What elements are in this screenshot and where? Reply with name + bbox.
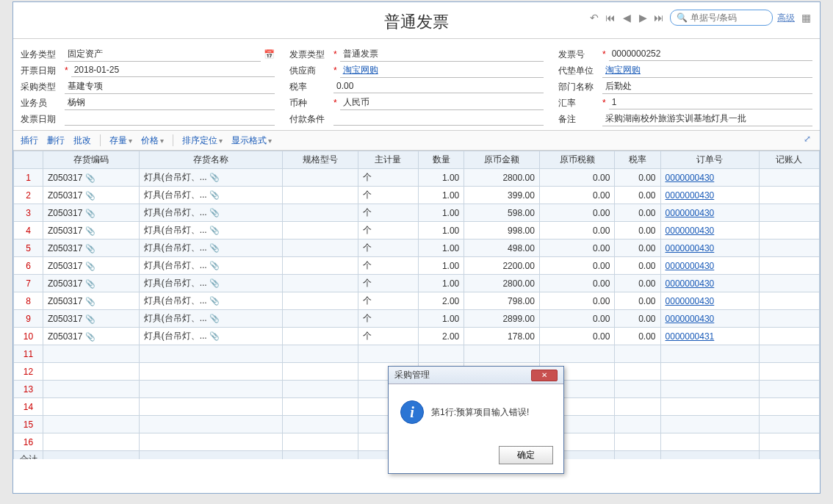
advance-unit-value[interactable]: 淘宝网购	[602, 63, 812, 78]
col-qty[interactable]: 数量	[419, 151, 464, 169]
cell-code[interactable]: Z050317 📎	[43, 292, 140, 310]
cell-spec[interactable]	[283, 240, 358, 257]
remark-value[interactable]: 采购湖南校外旅游实训基地灯具一批	[602, 112, 812, 126]
col-amount[interactable]: 原币金额	[464, 151, 540, 169]
attachment-icon[interactable]: 📎	[209, 208, 220, 217]
display-format-dropdown[interactable]: 显示格式 ▾	[231, 134, 272, 147]
cell-code[interactable]: Z050317 📎	[43, 328, 140, 345]
cell-qty[interactable]: 2.00	[419, 328, 464, 345]
col-name[interactable]: 存货名称	[139, 151, 283, 169]
cell-uom[interactable]: 个	[358, 240, 418, 257]
cell-amount[interactable]: 178.00	[464, 328, 540, 345]
col-uom[interactable]: 主计量	[358, 151, 418, 169]
cell-uom[interactable]: 个	[358, 204, 418, 222]
attachment-icon[interactable]: 📎	[85, 332, 95, 341]
cell-tax[interactable]: 0.00	[539, 310, 615, 328]
cell-order[interactable]: 0000000430	[660, 187, 759, 204]
cell-amount[interactable]: 399.00	[464, 187, 540, 204]
cell-name[interactable]: 灯具(台吊灯、... 📎	[139, 257, 283, 275]
attachment-icon[interactable]: 📎	[85, 226, 95, 235]
rate-value[interactable]: 1	[609, 96, 812, 109]
advanced-link[interactable]: 高级	[777, 12, 795, 24]
table-row-empty[interactable]: 11	[14, 345, 820, 363]
cell-bookkeeper[interactable]	[759, 328, 819, 345]
insert-row-button[interactable]: 插行	[21, 134, 38, 147]
price-dropdown[interactable]: 价格 ▾	[141, 134, 164, 147]
cell-taxrate[interactable]: 0.00	[615, 310, 660, 328]
delete-row-button[interactable]: 删行	[47, 134, 65, 147]
attachment-icon[interactable]: 📎	[209, 190, 220, 199]
attachment-icon[interactable]: 📎	[209, 226, 220, 234]
cell-uom[interactable]: 个	[358, 169, 418, 187]
close-icon[interactable]: ✕	[531, 370, 558, 381]
attachment-icon[interactable]: 📎	[85, 244, 95, 253]
col-taxrate[interactable]: 税率	[615, 151, 660, 169]
attachment-icon[interactable]: 📎	[85, 173, 95, 182]
cell-order[interactable]: 0000000430	[660, 275, 759, 292]
cell-tax[interactable]: 0.00	[539, 204, 615, 222]
cell-spec[interactable]	[283, 204, 358, 222]
attachment-icon[interactable]: 📎	[85, 314, 95, 323]
stock-dropdown[interactable]: 存量 ▾	[109, 134, 132, 147]
cell-tax[interactable]: 0.00	[539, 275, 615, 292]
cell-taxrate[interactable]: 0.00	[615, 292, 660, 310]
attachment-icon[interactable]: 📎	[85, 262, 95, 270]
cell-uom[interactable]: 个	[358, 222, 418, 240]
cell-order[interactable]: 0000000430	[660, 204, 759, 222]
inv-type-value[interactable]: 普通发票	[340, 47, 544, 62]
cell-code[interactable]: Z050317 📎	[43, 275, 140, 292]
cell-qty[interactable]: 1.00	[419, 275, 464, 292]
cell-qty[interactable]: 2.00	[419, 292, 464, 310]
undo-icon[interactable]: ↶	[588, 11, 601, 24]
prev-icon[interactable]: ◀	[620, 11, 633, 24]
cell-spec[interactable]	[283, 292, 358, 310]
ok-button[interactable]: 确定	[499, 446, 553, 464]
table-row[interactable]: 8Z050317 📎灯具(台吊灯、... 📎个2.00798.000.000.0…	[14, 292, 820, 310]
cell-bookkeeper[interactable]	[759, 169, 819, 187]
currency-value[interactable]: 人民币	[340, 96, 544, 110]
cell-amount[interactable]: 998.00	[464, 222, 540, 240]
cell-uom[interactable]: 个	[358, 310, 418, 328]
cell-name[interactable]: 灯具(台吊灯、... 📎	[139, 204, 283, 222]
cell-tax[interactable]: 0.00	[539, 187, 615, 204]
cell-name[interactable]: 灯具(台吊灯、... 📎	[139, 328, 283, 345]
cell-order[interactable]: 0000000430	[660, 169, 759, 187]
cell-bookkeeper[interactable]	[759, 204, 819, 222]
first-icon[interactable]: ⏮	[604, 11, 617, 24]
attachment-icon[interactable]: 📎	[85, 209, 95, 217]
table-row[interactable]: 9Z050317 📎灯具(台吊灯、... 📎个1.002899.000.000.…	[14, 310, 820, 328]
cell-taxrate[interactable]: 0.00	[615, 257, 660, 275]
table-row[interactable]: 4Z050317 📎灯具(台吊灯、... 📎个1.00998.000.000.0…	[14, 222, 820, 240]
cell-spec[interactable]	[283, 222, 358, 240]
cell-bookkeeper[interactable]	[759, 310, 819, 328]
expand-icon[interactable]: ⤢	[804, 134, 811, 144]
cell-order[interactable]: 0000000430	[660, 240, 759, 257]
col-spec[interactable]: 规格型号	[283, 151, 358, 169]
cell-taxrate[interactable]: 0.00	[615, 204, 660, 222]
cell-code[interactable]: Z050317 📎	[43, 257, 140, 275]
tax-rate-value[interactable]: 0.00	[333, 80, 544, 93]
cell-tax[interactable]: 0.00	[539, 240, 615, 257]
cell-taxrate[interactable]: 0.00	[615, 169, 660, 187]
cell-amount[interactable]: 2200.00	[464, 257, 540, 275]
cell-uom[interactable]: 个	[358, 187, 418, 204]
cell-tax[interactable]: 0.00	[539, 222, 615, 240]
cell-name[interactable]: 灯具(台吊灯、... 📎	[139, 187, 283, 204]
col-code[interactable]: 存货编码	[43, 151, 140, 169]
sort-dropdown[interactable]: 排序定位 ▾	[182, 134, 223, 147]
attachment-icon[interactable]: 📎	[85, 191, 95, 200]
biz-type-value[interactable]: 固定资产	[65, 47, 261, 62]
invoice-date-value[interactable]: 2018-01-25	[71, 64, 275, 77]
cell-code[interactable]: Z050317 📎	[43, 187, 140, 204]
cell-order[interactable]: 0000000430	[660, 222, 759, 240]
cell-qty[interactable]: 1.00	[419, 169, 464, 187]
cell-name[interactable]: 灯具(台吊灯、... 📎	[139, 222, 283, 240]
search-input[interactable]	[690, 12, 766, 23]
attachment-icon[interactable]: 📎	[85, 297, 95, 306]
cell-taxrate[interactable]: 0.00	[615, 240, 660, 257]
cell-qty[interactable]: 1.00	[419, 204, 464, 222]
pay-terms-value[interactable]	[333, 112, 544, 126]
cell-bookkeeper[interactable]	[759, 222, 819, 240]
cell-name[interactable]: 灯具(台吊灯、... 📎	[139, 292, 283, 310]
cell-taxrate[interactable]: 0.00	[615, 275, 660, 292]
